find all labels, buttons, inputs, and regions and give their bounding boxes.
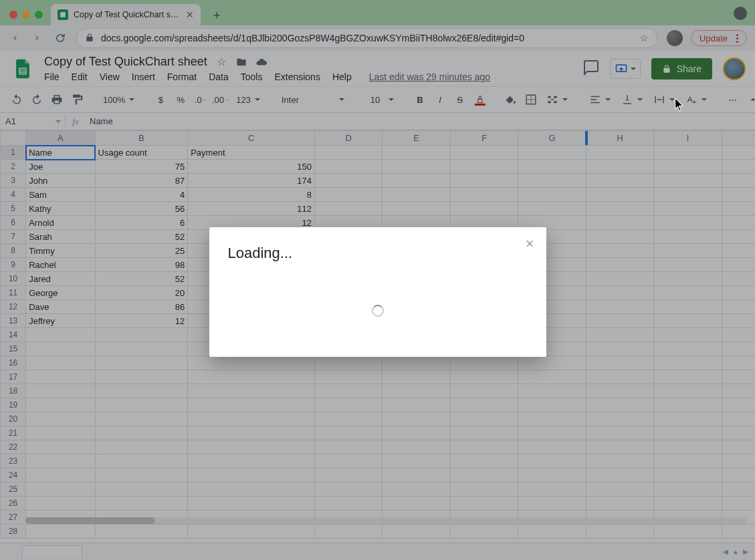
dialog-close-button[interactable]: × xyxy=(526,237,534,251)
loading-dialog: Loading... × xyxy=(209,227,546,357)
modal-overlay: Loading... × xyxy=(0,0,755,560)
dialog-title: Loading... xyxy=(228,245,528,262)
spinner-icon xyxy=(372,305,384,317)
